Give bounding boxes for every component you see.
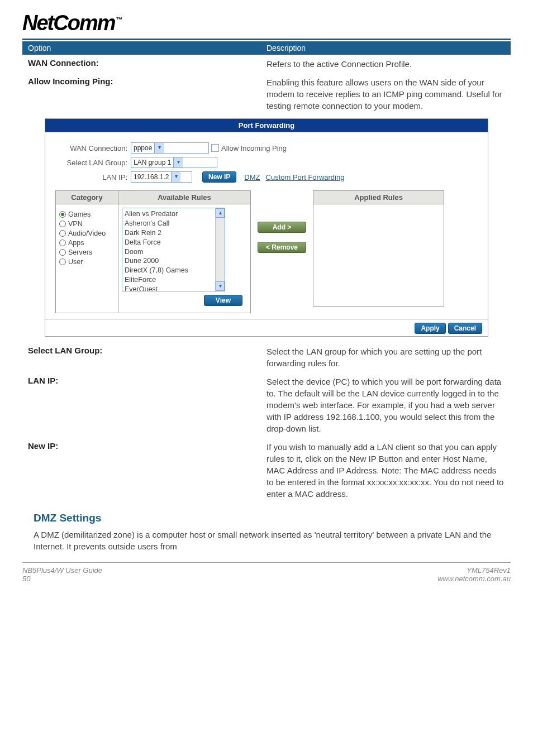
- lan-ip-select[interactable]: 192.168.1.2 ▾: [131, 171, 192, 183]
- available-rules-listbox[interactable]: Alien vs Predator Asheron's Call Dark Re…: [122, 208, 225, 291]
- logo-text: NetComm: [22, 11, 115, 35]
- row-new-ip: New IP: If you wish to manually add a LA…: [22, 438, 511, 503]
- apply-button[interactable]: Apply: [415, 323, 445, 334]
- footer-page-number: 50: [22, 575, 102, 583]
- new-ip-label: New IP:: [28, 441, 266, 451]
- scrollbar[interactable]: ▴ ▾: [215, 208, 225, 291]
- wan-connection-desc: Refers to the active Connection Profile.: [266, 58, 505, 70]
- footer-url: www.netcomm.com.au: [437, 575, 511, 583]
- radio-icon: [59, 211, 66, 218]
- wan-connection-select[interactable]: pppoe ▾: [131, 142, 209, 154]
- list-item[interactable]: Doom: [125, 247, 222, 257]
- scroll-up-icon[interactable]: ▴: [216, 208, 225, 218]
- category-user[interactable]: User: [59, 258, 115, 266]
- lan-ip-form-label: LAN IP:: [55, 173, 131, 181]
- lan-group-form-label: Select LAN Group:: [55, 159, 131, 167]
- list-item[interactable]: Delta Force: [125, 238, 222, 247]
- available-rules-box: Alien vs Predator Asheron's Call Dark Re…: [118, 204, 250, 313]
- row-lan-ip: LAN IP: Select the device (PC) to which …: [22, 372, 511, 438]
- category-list: Games VPN Audio/Video Apps Servers User: [56, 204, 118, 313]
- chevron-down-icon: ▾: [154, 143, 164, 153]
- left-column-header: Category Available Rules: [56, 191, 250, 204]
- row-wan-connection: WAN Connection: Refers to the active Con…: [22, 55, 511, 73]
- form-row-lan-group: Select LAN Group: LAN group 1 ▾: [55, 157, 478, 168]
- list-item[interactable]: Dune 2000: [125, 256, 222, 266]
- category-vpn[interactable]: VPN: [59, 220, 115, 228]
- available-rules-header: Available Rules: [118, 191, 250, 204]
- add-button[interactable]: Add >: [258, 222, 306, 233]
- panel-title: Port Forwarding: [45, 118, 488, 132]
- right-column: Applied Rules: [313, 190, 444, 307]
- allow-incoming-ping-form-label: Allow Incoming Ping: [221, 144, 287, 152]
- list-item[interactable]: Asheron's Call: [125, 219, 222, 228]
- port-forwarding-panel: Port Forwarding WAN Connection: pppoe ▾ …: [45, 118, 488, 337]
- view-button[interactable]: View: [204, 295, 242, 306]
- cancel-button[interactable]: Cancel: [448, 323, 482, 334]
- panel-body: WAN Connection: pppoe ▾ Allow Incoming P…: [45, 132, 488, 319]
- radio-icon: [59, 249, 66, 256]
- row-select-lan-group: Select LAN Group: Select the LAN group f…: [22, 342, 511, 372]
- lan-group-value: LAN group 1: [134, 159, 171, 166]
- footer-left: NB5Plus4/W User Guide 50: [22, 566, 102, 583]
- list-item[interactable]: EverQuest: [125, 285, 222, 291]
- applied-rules-body: [313, 204, 444, 306]
- header-description: Description: [266, 44, 505, 52]
- chevron-down-icon: ▾: [171, 172, 180, 182]
- bottom-button-row: Apply Cancel: [45, 319, 488, 337]
- category-audio-video[interactable]: Audio/Video: [59, 229, 115, 237]
- lan-ip-label: LAN IP:: [28, 376, 266, 385]
- options-table-header: Option Description: [22, 41, 511, 55]
- transfer-buttons: Add > < Remove: [258, 222, 306, 253]
- category-games[interactable]: Games: [59, 210, 115, 218]
- rules-area: Category Available Rules Games VPN Audio…: [55, 190, 478, 313]
- list-item[interactable]: EliteForce: [125, 275, 222, 285]
- new-ip-desc: If you wish to manually add a LAN client…: [266, 441, 505, 500]
- select-lan-group-label: Select LAN Group:: [28, 346, 266, 355]
- form-row-lan-ip: LAN IP: 192.168.1.2 ▾ New IP DMZ Custom …: [55, 171, 478, 183]
- footer-right: YML754Rev1 www.netcomm.com.au: [437, 566, 511, 583]
- top-rule: [22, 39, 511, 40]
- new-ip-button[interactable]: New IP: [202, 171, 236, 183]
- logo-tm: ™: [116, 16, 121, 23]
- logo: NetComm™: [22, 11, 511, 35]
- dmz-settings-para: A DMZ (demilitarized zone) is a computer…: [34, 529, 499, 552]
- lan-group-select[interactable]: LAN group 1 ▾: [131, 157, 217, 168]
- category-header: Category: [56, 191, 118, 204]
- dmz-link[interactable]: DMZ: [244, 173, 260, 181]
- allow-incoming-ping-checkbox[interactable]: [211, 144, 219, 152]
- left-column-body: Games VPN Audio/Video Apps Servers User …: [56, 204, 250, 313]
- wan-connection-form-label: WAN Connection:: [55, 144, 131, 152]
- footer-guide-name: NB5Plus4/W User Guide: [22, 566, 102, 575]
- available-rules-items: Alien vs Predator Asheron's Call Dark Re…: [122, 208, 225, 291]
- select-lan-group-desc: Select the LAN group for which you are s…: [266, 346, 505, 369]
- wan-connection-label: WAN Connection:: [28, 58, 266, 68]
- category-apps[interactable]: Apps: [59, 239, 115, 247]
- scroll-down-icon[interactable]: ▾: [216, 281, 225, 291]
- row-allow-incoming-ping: Allow Incoming Ping: Enabling this featu…: [22, 73, 511, 115]
- applied-rules-header: Applied Rules: [313, 191, 444, 204]
- dmz-settings-heading: DMZ Settings: [34, 512, 511, 524]
- left-column: Category Available Rules Games VPN Audio…: [55, 190, 251, 313]
- list-item[interactable]: Alien vs Predator: [125, 209, 222, 219]
- header-option: Option: [28, 44, 266, 52]
- radio-icon: [59, 221, 66, 227]
- view-row: View: [122, 291, 247, 309]
- lan-ip-desc: Select the device (PC) to which you will…: [266, 376, 505, 434]
- custom-port-forwarding-link[interactable]: Custom Port Forwarding: [266, 173, 345, 181]
- radio-icon: [59, 230, 66, 237]
- wan-connection-value: pppoe: [134, 144, 152, 152]
- remove-button[interactable]: < Remove: [258, 242, 306, 253]
- radio-icon: [59, 240, 66, 246]
- list-item[interactable]: Dark Rein 2: [125, 228, 222, 238]
- allow-incoming-ping-label: Allow Incoming Ping:: [28, 76, 266, 86]
- list-item[interactable]: DirectX (7,8) Games: [125, 266, 222, 275]
- form-row-wan: WAN Connection: pppoe ▾ Allow Incoming P…: [55, 142, 478, 154]
- page-footer: NB5Plus4/W User Guide 50 YML754Rev1 www.…: [22, 562, 511, 588]
- footer-rev: YML754Rev1: [437, 566, 511, 575]
- radio-icon: [59, 259, 66, 265]
- lan-ip-value: 192.168.1.2: [134, 173, 169, 181]
- category-servers[interactable]: Servers: [59, 248, 115, 256]
- allow-incoming-ping-desc: Enabling this feature allows users on th…: [266, 76, 505, 112]
- chevron-down-icon: ▾: [173, 157, 183, 168]
